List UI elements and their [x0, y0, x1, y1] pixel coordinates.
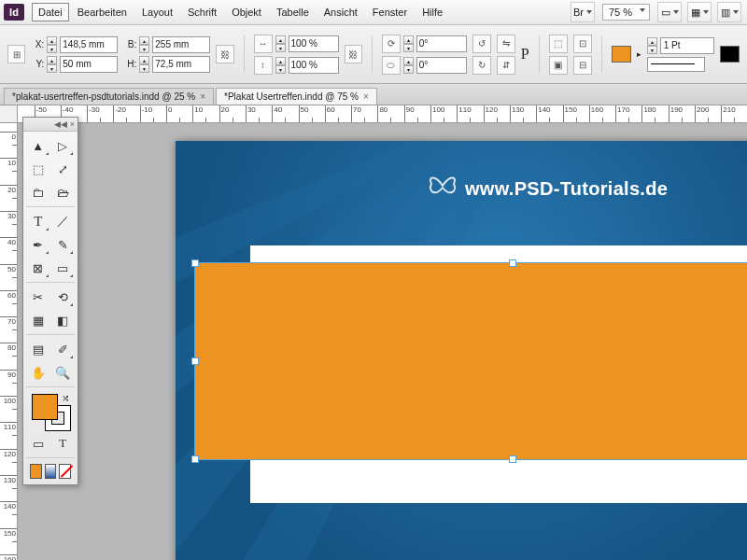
menu-bar: Id Datei Bearbeiten Layout Schrift Objek… — [0, 0, 747, 25]
type-tool[interactable]: T — [26, 210, 50, 232]
fill-color[interactable] — [32, 394, 58, 420]
menu-window[interactable]: Fenster — [366, 3, 414, 21]
fit-content-icon[interactable]: ⊡ — [573, 35, 592, 53]
menu-layout[interactable]: Layout — [135, 3, 179, 21]
content-collector-tool[interactable]: 🗀 — [26, 181, 50, 203]
constrain-wh-icon[interactable]: ⛓ — [216, 45, 233, 63]
select-content-icon[interactable]: ▣ — [549, 56, 568, 75]
close-icon[interactable]: × — [363, 91, 369, 102]
butterfly-logo-icon — [426, 169, 459, 203]
document-tab[interactable]: *plakat-usertreffen-psdtutorials.indd @ … — [4, 88, 214, 105]
screen-mode-button[interactable]: ▭ — [657, 2, 682, 22]
resize-handle[interactable] — [191, 357, 199, 365]
w-field[interactable]: 255 mm — [152, 36, 210, 53]
arrange-docs-button[interactable]: ▦ — [687, 2, 712, 22]
menu-help[interactable]: Hilfe — [416, 3, 449, 21]
hand-tool[interactable]: ✋ — [26, 361, 50, 384]
page-tool[interactable]: ⬚ — [26, 158, 50, 180]
resize-handle[interactable] — [191, 259, 199, 267]
bridge-button[interactable]: Br — [571, 2, 595, 22]
menu-edit[interactable]: Bearbeiten — [71, 3, 134, 21]
workspace-switcher[interactable]: ▥ — [717, 2, 741, 22]
gradient-feather-tool[interactable]: ◧ — [51, 309, 76, 331]
menu-object[interactable]: Objekt — [225, 3, 268, 21]
shear-field[interactable]: 0° — [416, 57, 467, 74]
close-icon[interactable]: × — [70, 119, 75, 129]
scissors-tool[interactable]: ✂ — [26, 286, 50, 308]
selected-rectangle[interactable] — [194, 262, 747, 460]
direct-selection-tool[interactable]: ▷ — [51, 134, 76, 157]
character-panel-icon[interactable]: P — [521, 46, 529, 63]
control-bar: ⊞ X:▴▾148,5 mm Y:▴▾50 mm B:▴▾255 mm H:▴▾… — [0, 25, 747, 84]
x-field[interactable]: 148,5 mm — [60, 36, 118, 53]
gap-tool[interactable]: ⤢ — [51, 158, 76, 180]
y-field[interactable]: 50 mm — [60, 56, 118, 73]
shear-icon: ⬭ — [382, 56, 401, 75]
stroke-weight-field[interactable]: 1 Pt — [660, 37, 714, 54]
zoom-dropdown[interactable]: 75 % — [602, 4, 650, 21]
scale-y-icon: ↕ — [254, 56, 273, 75]
menu-type[interactable]: Schrift — [181, 3, 223, 21]
reference-point-icon[interactable]: ⊞ — [7, 45, 25, 63]
apply-none-icon[interactable] — [59, 464, 71, 479]
ruler-origin[interactable] — [0, 105, 18, 123]
fill-swatch[interactable] — [612, 46, 631, 63]
resize-handle[interactable] — [509, 259, 516, 267]
selection-tool[interactable]: ▲ — [26, 134, 50, 157]
scale-x-icon: ↔ — [254, 35, 273, 53]
menu-file[interactable]: Datei — [32, 3, 69, 21]
canvas[interactable]: www.PSD-Tutorials.de — [17, 122, 747, 560]
content-placer-tool[interactable]: 🗁 — [51, 181, 76, 203]
rectangle-tool[interactable]: ▭ — [51, 257, 76, 279]
close-icon[interactable]: × — [200, 91, 205, 102]
document-tab[interactable]: *Plakat Usertreffen.indd @ 75 %× — [216, 88, 377, 105]
collapse-icon[interactable]: ◀◀ — [54, 119, 67, 129]
pencil-tool[interactable]: ✎ — [51, 233, 76, 256]
resize-handle[interactable] — [191, 455, 199, 463]
select-container-icon[interactable]: ⬚ — [549, 35, 568, 53]
stroke-style-dropdown[interactable] — [647, 57, 705, 72]
menu-view[interactable]: Ansicht — [317, 3, 364, 21]
rotate-ccw-icon[interactable]: ↺ — [472, 35, 491, 53]
fill-stroke-swatches[interactable]: ⤭ — [26, 390, 75, 431]
document-tab-bar: *plakat-usertreffen-psdtutorials.indd @ … — [0, 84, 747, 105]
tools-panel[interactable]: ◀◀× ▲ ▷ ⬚ ⤢ 🗀 🗁 T ／ ✒ ✎ ⊠ ▭ ✂ ⟲ ▦ ◧ ▤ ✐ … — [22, 117, 78, 485]
rotate-cw-icon[interactable]: ↻ — [472, 56, 491, 75]
gradient-swatch-tool[interactable]: ▦ — [26, 309, 50, 331]
apply-color-icon[interactable] — [30, 464, 42, 479]
scale-x-field[interactable]: 100 % — [289, 35, 339, 52]
flip-h-icon[interactable]: ⇋ — [497, 35, 515, 53]
rectangle-frame-tool[interactable]: ⊠ — [26, 257, 50, 279]
swap-colors-icon[interactable]: ⤭ — [62, 393, 69, 403]
constrain-scale-icon[interactable]: ⛓ — [345, 45, 362, 63]
page-header-text: www.PSD-Tutorials.de — [465, 178, 668, 200]
zoom-tool[interactable]: 🔍 — [51, 361, 76, 384]
fit-frame-icon[interactable]: ⊟ — [573, 56, 592, 75]
resize-handle[interactable] — [509, 455, 516, 463]
stroke-swatch[interactable] — [720, 46, 740, 63]
pen-tool[interactable]: ✒ — [26, 233, 50, 256]
ruler-vertical[interactable]: 0102030405060708090100110120130140150160 — [0, 122, 18, 560]
note-tool[interactable]: ▤ — [26, 338, 50, 360]
formatting-text-icon[interactable]: T — [51, 432, 76, 455]
h-field[interactable]: 72,5 mm — [152, 56, 210, 73]
rotate-icon: ⟳ — [382, 35, 401, 53]
app-icon: Id — [4, 4, 24, 21]
scale-y-field[interactable]: 100 % — [289, 57, 339, 74]
rotate-field[interactable]: 0° — [416, 35, 467, 52]
eyedropper-tool[interactable]: ✐ — [51, 338, 76, 360]
apply-gradient-icon[interactable] — [45, 464, 57, 479]
formatting-container-icon[interactable]: ▭ — [26, 432, 50, 455]
ruler-horizontal[interactable]: -50-40-30-20-100102030405060708090100110… — [17, 105, 747, 123]
free-transform-tool[interactable]: ⟲ — [51, 286, 76, 308]
line-tool[interactable]: ／ — [51, 210, 76, 232]
flip-v-icon[interactable]: ⇵ — [497, 56, 515, 75]
workspace: -50-40-30-20-100102030405060708090100110… — [0, 105, 747, 560]
menu-table[interactable]: Tabelle — [270, 3, 316, 21]
document-page[interactable]: www.PSD-Tutorials.de — [176, 141, 747, 560]
